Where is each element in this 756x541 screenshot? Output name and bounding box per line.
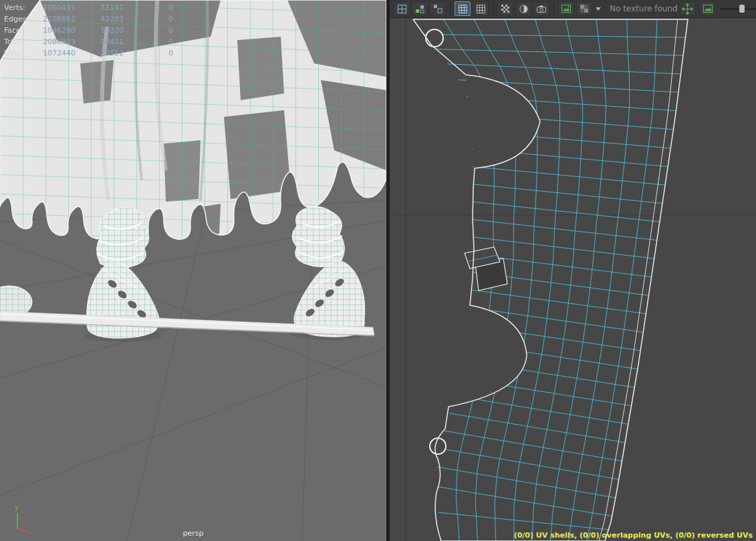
hud-hilite: 0 (168, 13, 188, 25)
toolbar-separator (553, 3, 554, 15)
hud-row-edges: Edges:2106662422830 (4, 13, 188, 25)
uv-hole-bottom (430, 438, 446, 454)
uv-status-text: (0/0) UV shells, (0/0) overlapping UVs, … (514, 531, 753, 540)
checker-map-icon[interactable] (576, 1, 592, 16)
uv-toolbar: No texture found (390, 0, 756, 18)
hud-hilite: 0 (168, 36, 188, 47)
slider-track[interactable] (720, 8, 756, 10)
uv-snapshot-icon[interactable] (533, 1, 549, 16)
hud-label: Verts: (4, 2, 43, 13)
hud-hilite: 0 (168, 47, 188, 59)
hud-label: Tris: (4, 36, 43, 47)
image-display-icon[interactable] (455, 1, 471, 16)
hud-row-faces: Faces:1046280192200 (4, 25, 188, 36)
exposure-slider[interactable] (720, 4, 756, 13)
uv-canvas[interactable] (390, 18, 756, 541)
left-ankle-frill-mesh[interactable] (96, 208, 149, 268)
uv-background (390, 18, 756, 541)
hud-total: 1046280 (43, 25, 100, 36)
hud-label: Faces: (4, 25, 43, 36)
uv-status-bar: (0/0) UV shells, (0/0) overlapping UVs, … (514, 531, 753, 540)
uv-view (390, 18, 756, 541)
dim-image-icon[interactable] (515, 1, 531, 16)
uv-shade-icon[interactable] (412, 1, 428, 16)
hud-selected: 38431 (100, 36, 168, 47)
hud-row-verts: Verts:1060431231410 (4, 2, 188, 13)
right-ankle-frill-mesh[interactable] (292, 206, 345, 266)
hud-label: UVs: (4, 47, 43, 59)
poly-count-hud: Verts:1060431231410 Edges:2106662422830 … (4, 2, 188, 59)
image-aspect-icon[interactable] (700, 1, 716, 16)
hud-total: 2086923 (43, 36, 100, 47)
persp-viewport[interactable]: Verts:1060431231410 Edges:2106662422830 … (0, 0, 386, 541)
hud-hilite: 0 (168, 25, 188, 36)
uv-layout-icon[interactable] (430, 1, 446, 16)
uv-grid-icon[interactable] (394, 1, 410, 16)
uv-hole-top (426, 29, 443, 47)
hud-selected: 23552 (100, 47, 168, 59)
hud-row-tris: Tris:2086923384310 (4, 36, 188, 47)
hud-total: 1060431 (43, 2, 100, 13)
scene-3d (0, 0, 386, 541)
hud-selected: 19220 (100, 25, 168, 36)
image-filter-icon[interactable] (473, 1, 489, 16)
texture-image-icon[interactable] (558, 1, 574, 16)
camera-label: persp (0, 529, 386, 538)
texture-menu-caret-icon[interactable] (596, 7, 601, 11)
hud-hilite: 0 (168, 2, 188, 13)
hud-row-uvs: UVs:1072440235520 (4, 47, 188, 59)
hud-total: 1072440 (43, 47, 100, 59)
hud-label: Edges: (4, 13, 43, 25)
slider-handle[interactable] (739, 5, 745, 13)
y-axis-label: y (15, 504, 19, 511)
maya-window: Verts:1060431231410 Edges:2106662422830 … (0, 0, 756, 541)
hud-selected: 42283 (100, 13, 168, 25)
toolbar-right-group (680, 1, 756, 16)
hud-selected: 23141 (100, 2, 168, 13)
toolbar-separator (493, 3, 493, 15)
toolbar-separator (450, 3, 451, 15)
hud-total: 2106662 (43, 13, 100, 25)
no-texture-label: No texture found (610, 4, 678, 13)
uv-editor-panel: No texture found (390, 0, 756, 541)
pan-zoom-icon[interactable] (680, 1, 696, 16)
pixel-snap-icon[interactable] (497, 1, 513, 16)
